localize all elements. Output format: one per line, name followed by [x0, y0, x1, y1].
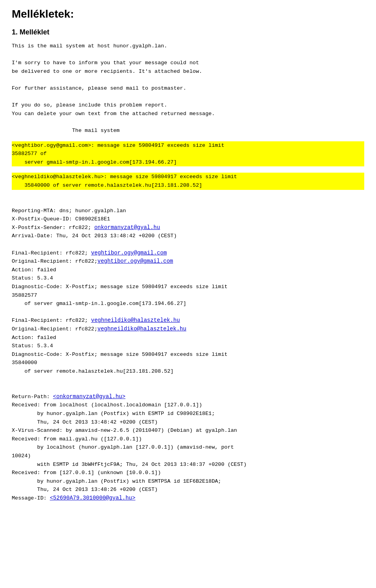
section-heading: 1. Melléklet [12, 28, 364, 36]
link-messageid[interactable]: <52690A79.3010000@gyal.hu> [50, 495, 135, 501]
highlighted-block-1: <veghtibor.ogy@gmail.com>: message size … [12, 141, 364, 167]
link-returnpath[interactable]: <onkormanyzat@gyal.hu> [53, 393, 125, 400]
link-veghneildiko2[interactable]: veghneildiko@halasztelek.hu [98, 326, 186, 332]
body-text-1: This is the mail system at host hunor.gy… [12, 42, 364, 135]
link-onkormanyzat[interactable]: onkormanyzat@gyal.hu [94, 224, 160, 231]
page-title: Mellékletek: [12, 8, 364, 20]
highlighted-block-2: <veghneildiko@halasztelek.hu>: message s… [12, 173, 364, 189]
body-text-5: Action: failed Status: 5.3.4 Diagnostic-… [12, 267, 228, 324]
link-veghtibor2[interactable]: veghtibor.ogy@gmail.com [98, 258, 173, 264]
body-text-4: Original-Recipient: rfc822; [12, 258, 98, 264]
link-veghtibor[interactable]: veghtibor.ogy@gmail.com [91, 250, 167, 256]
body-text-7: Action: failed Status: 5.3.4 Diagnostic-… [12, 335, 228, 400]
body-text-8: Received: from localhost (localhost.loca… [12, 402, 247, 501]
link-veghneildiko[interactable]: veghneildiko@halasztelek.hu [91, 317, 180, 323]
body-text-6: Original-Recipient: rfc822; [12, 326, 98, 332]
